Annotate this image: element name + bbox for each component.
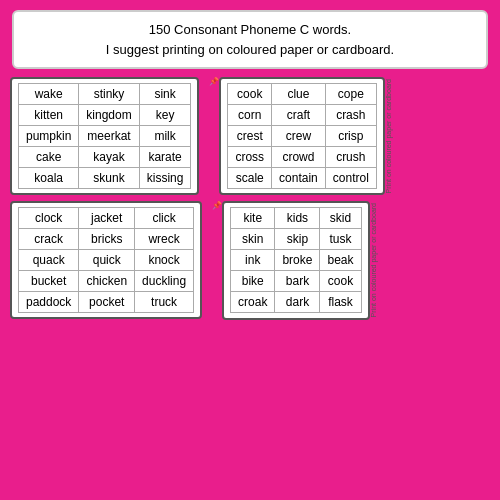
table-cell: kingdom — [79, 105, 139, 126]
table-cell: crash — [325, 105, 376, 126]
table-cell: crush — [325, 147, 376, 168]
table-cell: pumpkin — [19, 126, 79, 147]
table-row: scalecontaincontrol — [228, 168, 376, 189]
table-row: crosscrowdcrush — [228, 147, 376, 168]
table-cell: kitten — [19, 105, 79, 126]
table-cell: clue — [272, 84, 326, 105]
table-row: kittenkingdomkey — [19, 105, 191, 126]
table-cell: karate — [139, 147, 191, 168]
table-cell: meerkat — [79, 126, 139, 147]
table-cell: wake — [19, 84, 79, 105]
cards-area: wakestinkysinkkittenkingdomkeypumpkinmee… — [0, 77, 500, 320]
table-row: wakestinkysink — [19, 84, 191, 105]
table-row: croakdarkflask — [231, 292, 361, 313]
table-cell: croak — [231, 292, 275, 313]
table-cell: kids — [275, 208, 320, 229]
table-cell: crowd — [272, 147, 326, 168]
table-cell: paddock — [19, 292, 79, 313]
card-top-left: wakestinkysinkkittenkingdomkeypumpkinmee… — [10, 77, 199, 195]
table-cell: click — [135, 208, 194, 229]
top-banner: 150 Consonant Phoneme C words. I suggest… — [12, 10, 488, 69]
table-row: bucketchickenduckling — [19, 271, 194, 292]
table-cell: koala — [19, 168, 79, 189]
banner-line2: I suggest printing on coloured paper or … — [24, 40, 476, 60]
banner-line1: 150 Consonant Phoneme C words. — [24, 20, 476, 40]
card-bottom-right: kitekidsskidskinskiptuskinkbrokebeakbike… — [222, 201, 369, 319]
table-cell: clock — [19, 208, 79, 229]
table-cell: crest — [228, 126, 272, 147]
table-row: inkbrokebeak — [231, 250, 361, 271]
table-cell: skid — [320, 208, 361, 229]
table-cell: sink — [139, 84, 191, 105]
table-cell: skunk — [79, 168, 139, 189]
table-cell: dark — [275, 292, 320, 313]
side-label-top-right: Print on coloured paper or cardboard — [385, 77, 392, 195]
table-cell: bucket — [19, 271, 79, 292]
table-cell: control — [325, 168, 376, 189]
bottom-row: clockjacketclickcrackbrickswreckquackqui… — [10, 201, 490, 319]
table-cell: skip — [275, 229, 320, 250]
top-right-group: 📌 cookcluecopecorncraftcrashcrestcrewcri… — [209, 77, 391, 195]
table-cell: kayak — [79, 147, 139, 168]
table-bottom-right: kitekidsskidskinskiptuskinkbrokebeakbike… — [230, 207, 361, 313]
table-row: clockjacketclick — [19, 208, 194, 229]
bottom-right-pin-area: 📌 — [212, 201, 222, 319]
table-row: kitekidsskid — [231, 208, 361, 229]
table-row: skinskiptusk — [231, 229, 361, 250]
table-cell: contain — [272, 168, 326, 189]
table-top-left: wakestinkysinkkittenkingdomkeypumpkinmee… — [18, 83, 191, 189]
table-cell: broke — [275, 250, 320, 271]
table-row: bikebarkcook — [231, 271, 361, 292]
table-row: cookcluecope — [228, 84, 376, 105]
table-cell: stinky — [79, 84, 139, 105]
table-cell: knock — [135, 250, 194, 271]
table-cell: bricks — [79, 229, 135, 250]
table-cell: corn — [228, 105, 272, 126]
table-cell: wreck — [135, 229, 194, 250]
table-row: crackbrickswreck — [19, 229, 194, 250]
table-cell: scale — [228, 168, 272, 189]
table-cell: quick — [79, 250, 135, 271]
table-cell: kissing — [139, 168, 191, 189]
table-cell: kite — [231, 208, 275, 229]
table-row: corncraftcrash — [228, 105, 376, 126]
table-cell: cross — [228, 147, 272, 168]
table-cell: cook — [320, 271, 361, 292]
table-cell: duckling — [135, 271, 194, 292]
pin-bottom-right: 📌 — [212, 201, 222, 210]
table-cell: milk — [139, 126, 191, 147]
table-cell: key — [139, 105, 191, 126]
table-row: pumpkinmeerkatmilk — [19, 126, 191, 147]
table-cell: crisp — [325, 126, 376, 147]
pin-top-right: 📌 — [209, 77, 219, 86]
table-cell: chicken — [79, 271, 135, 292]
table-row: cakekayakkarate — [19, 147, 191, 168]
table-cell: jacket — [79, 208, 135, 229]
table-cell: cook — [228, 84, 272, 105]
table-cell: skin — [231, 229, 275, 250]
top-right-pin-area: 📌 — [209, 77, 219, 195]
table-bottom-left: clockjacketclickcrackbrickswreckquackqui… — [18, 207, 194, 313]
table-row: crestcrewcrisp — [228, 126, 376, 147]
table-top-right: cookcluecopecorncraftcrashcrestcrewcrisp… — [227, 83, 376, 189]
table-cell: bike — [231, 271, 275, 292]
top-row: wakestinkysinkkittenkingdomkeypumpkinmee… — [10, 77, 490, 195]
table-cell: quack — [19, 250, 79, 271]
card-bottom-left: clockjacketclickcrackbrickswreckquackqui… — [10, 201, 202, 319]
table-cell: truck — [135, 292, 194, 313]
table-row: koalaskunkkissing — [19, 168, 191, 189]
table-cell: tusk — [320, 229, 361, 250]
bottom-right-group: 📌 kitekidsskidskinskiptuskinkbrokebeakbi… — [212, 201, 376, 319]
table-cell: crack — [19, 229, 79, 250]
table-row: quackquickknock — [19, 250, 194, 271]
table-row: paddockpockettruck — [19, 292, 194, 313]
side-label-bottom-right: Print on coloured paper or cardboard — [370, 201, 377, 319]
table-cell: crew — [272, 126, 326, 147]
table-cell: craft — [272, 105, 326, 126]
table-cell: flask — [320, 292, 361, 313]
table-cell: pocket — [79, 292, 135, 313]
table-cell: cope — [325, 84, 376, 105]
table-cell: beak — [320, 250, 361, 271]
table-cell: bark — [275, 271, 320, 292]
table-cell: cake — [19, 147, 79, 168]
